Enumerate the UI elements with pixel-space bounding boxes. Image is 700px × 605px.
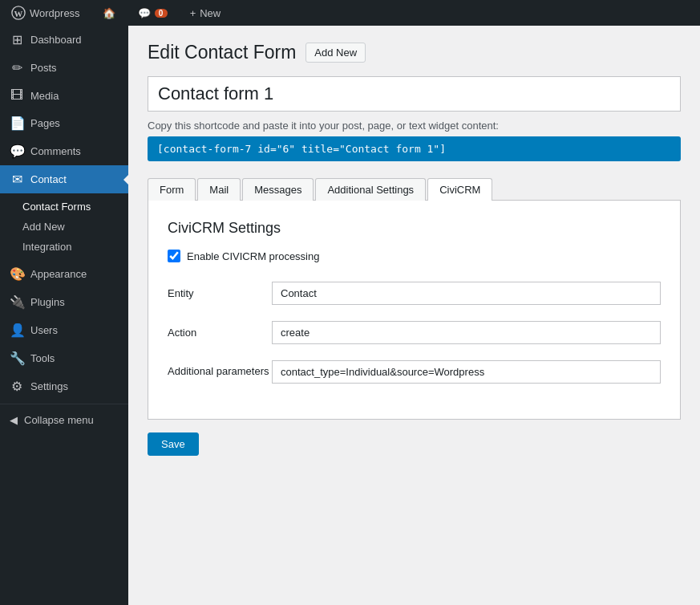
sidebar-item-media[interactable]: 🎞 Media [0, 82, 128, 109]
sidebar-item-label: Tools [30, 352, 55, 364]
dashboard-icon: ⊞ [10, 32, 24, 47]
sidebar-item-posts[interactable]: ✏ Posts [0, 54, 128, 82]
appearance-icon: 🎨 [10, 266, 24, 282]
collapse-icon: ◀ [10, 414, 18, 426]
collapse-label: Collapse menu [24, 414, 94, 426]
svg-text:W: W [14, 9, 23, 18]
sidebar-item-label: Media [30, 90, 59, 102]
settings-icon: ⚙ [10, 379, 24, 394]
sidebar-item-settings[interactable]: ⚙ Settings [0, 372, 128, 400]
sidebar-submenu-integration[interactable]: Integration [0, 237, 128, 257]
sidebar-item-users[interactable]: 👤 Users [0, 316, 128, 344]
sidebar-item-plugins[interactable]: 🔌 Plugins [0, 288, 128, 316]
tab-additional-settings[interactable]: Additional Settings [315, 178, 426, 201]
page-title: Edit Contact Form [148, 42, 296, 63]
plus-icon: + [190, 7, 196, 19]
contact-forms-label: Contact Forms [22, 201, 91, 213]
sidebar-item-tools[interactable]: 🔧 Tools [0, 344, 128, 372]
action-label: Action [168, 327, 272, 339]
form-title-input[interactable] [148, 76, 681, 112]
sidebar: ⊞ Dashboard ✏ Posts 🎞 Media 📄 Pages 💬 Co… [0, 26, 128, 605]
tools-icon: 🔧 [10, 351, 24, 366]
enable-civicrm-checkbox[interactable] [168, 250, 180, 262]
adminbar-new[interactable]: + New [185, 0, 226, 26]
main-layout: ⊞ Dashboard ✏ Posts 🎞 Media 📄 Pages 💬 Co… [0, 26, 700, 605]
enable-civicrm-row: Enable CIVICRM processing [168, 250, 661, 262]
sidebar-item-appearance[interactable]: 🎨 Appearance [0, 260, 128, 288]
shortcode-label: Copy this shortcode and paste it into yo… [148, 120, 681, 132]
comments-badge: 0 [155, 9, 168, 18]
additional-params-field-row: Additional parameters [168, 360, 661, 384]
adminbar-comments[interactable]: 💬 0 [133, 0, 172, 26]
pages-icon: 📄 [10, 116, 24, 131]
sidebar-item-label: Dashboard [30, 34, 82, 46]
collapse-menu-button[interactable]: ◀ Collapse menu [0, 408, 128, 432]
sidebar-item-label: Settings [30, 380, 68, 392]
sidebar-item-contact[interactable]: ✉ Contact [0, 165, 128, 193]
sidebar-item-label: Comments [30, 145, 81, 157]
tab-messages[interactable]: Messages [242, 178, 314, 201]
sidebar-item-label: Plugins [30, 296, 65, 308]
home-icon: 🏠 [103, 7, 115, 19]
civicrm-panel-title: CiviCRM Settings [168, 220, 661, 237]
plugins-icon: 🔌 [10, 294, 24, 310]
sidebar-item-label: Appearance [30, 268, 87, 280]
adminbar-home[interactable]: 🏠 [98, 0, 120, 26]
sidebar-item-dashboard[interactable]: ⊞ Dashboard [0, 26, 128, 54]
additional-params-input[interactable] [272, 360, 661, 384]
add-new-label: Add New [22, 221, 65, 233]
tab-form[interactable]: Form [148, 178, 196, 201]
entity-label: Entity [168, 287, 272, 299]
integration-label: Integration [22, 241, 71, 253]
wp-site-label: Wordpress [30, 7, 80, 19]
admin-bar: W Wordpress 🏠 💬 0 + New [0, 0, 700, 26]
additional-params-label: Additional parameters [168, 360, 272, 377]
civicrm-settings-panel: CiviCRM Settings Enable CIVICRM processi… [148, 201, 681, 420]
sidebar-item-label: Posts [30, 62, 57, 74]
tab-mail-label: Mail [209, 184, 229, 196]
entity-field-row: Entity [168, 282, 661, 305]
sidebar-divider [0, 404, 128, 404]
wp-logo-item[interactable]: W Wordpress [6, 0, 85, 26]
tab-form-label: Form [160, 184, 184, 196]
entity-input[interactable] [272, 282, 661, 305]
contact-submenu: Contact Forms Add New Integration [0, 193, 128, 260]
posts-icon: ✏ [10, 60, 24, 75]
action-input[interactable] [272, 321, 661, 344]
tab-civicrm-label: CiviCRM [439, 184, 480, 196]
tab-civicrm[interactable]: CiviCRM [427, 178, 492, 201]
sidebar-item-label: Contact [30, 173, 67, 185]
page-header: Edit Contact Form Add New [148, 42, 681, 63]
tab-additional-settings-label: Additional Settings [327, 184, 414, 196]
tabs-container: Form Mail Messages Additional Settings C… [148, 177, 681, 201]
sidebar-arrow [123, 175, 128, 185]
sidebar-item-label: Users [30, 324, 58, 336]
wp-logo-icon: W [11, 6, 26, 20]
sidebar-item-pages[interactable]: 📄 Pages [0, 109, 128, 137]
comment-icon: 💬 [138, 7, 151, 19]
main-content: Edit Contact Form Add New Copy this shor… [128, 26, 700, 605]
add-new-button[interactable]: Add New [305, 43, 366, 63]
sidebar-item-comments[interactable]: 💬 Comments [0, 137, 128, 165]
shortcode-box[interactable]: [contact-form-7 id="6" title="Contact fo… [148, 136, 681, 161]
save-button[interactable]: Save [148, 432, 199, 456]
comments-icon: 💬 [10, 144, 24, 159]
tab-mail[interactable]: Mail [197, 178, 241, 201]
new-label: New [200, 7, 221, 19]
tab-messages-label: Messages [254, 184, 301, 196]
sidebar-item-label: Pages [30, 117, 60, 129]
sidebar-submenu-contact-forms[interactable]: Contact Forms [0, 197, 128, 217]
users-icon: 👤 [10, 323, 24, 338]
sidebar-submenu-add-new[interactable]: Add New [0, 217, 128, 237]
media-icon: 🎞 [10, 88, 24, 103]
enable-civicrm-label[interactable]: Enable CIVICRM processing [187, 250, 319, 262]
contact-icon: ✉ [10, 172, 24, 187]
action-field-row: Action [168, 321, 661, 344]
